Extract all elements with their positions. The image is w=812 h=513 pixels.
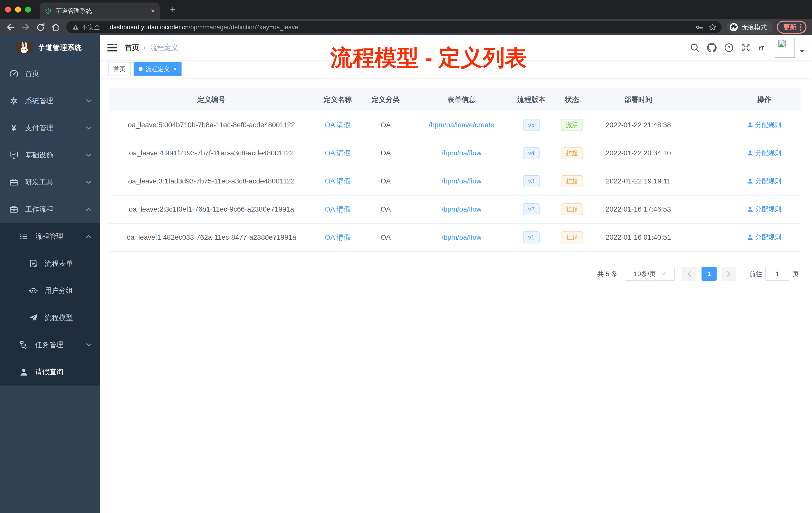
url-bar[interactable]: 不安全 dashboard.yudao.iocoder.cn /bpm/mana… [66,21,722,33]
page-unit-label: 页 [792,270,799,278]
fullscreen-icon[interactable] [741,43,751,53]
github-icon[interactable] [707,43,717,53]
definition-name-link[interactable]: OA 请假 [325,233,351,241]
definition-name-link[interactable]: OA 请假 [325,121,351,129]
sidebar-item-send[interactable]: 流程模型 [0,304,100,331]
assign-rule-button[interactable]: 分配规则 [747,205,781,214]
assign-rule-button[interactable]: 分配规则 [747,149,781,157]
goto-page-input[interactable] [765,267,789,281]
chevron-down-icon [86,343,91,346]
sidebar-item-gear[interactable]: 系统管理 [0,87,100,115]
sidebar-item-list[interactable]: 流程管理 [0,223,100,250]
prev-page-button[interactable] [682,267,697,281]
main-area: 首页 / 流程定义 ? [100,35,812,513]
update-label: 更新 [783,23,796,32]
sidebar-item-briefcase[interactable]: 工作流程 [0,196,100,223]
logo-rabbit-image [16,42,33,54]
close-window-button[interactable] [5,6,11,12]
col-header-operation: 操作 [727,88,801,111]
maximize-window-button[interactable] [25,6,31,12]
url-host[interactable]: dashboard.yudao.iocoder.cn [110,24,188,31]
tab-close-icon[interactable]: × [151,7,155,15]
search-icon[interactable] [690,43,699,53]
incognito-badge: 无痕模式 [727,21,773,34]
svg-text:tT: tT [759,45,764,52]
version-badge: v2 [523,203,539,215]
tag-close-icon[interactable]: × [173,66,176,72]
view-tag-1[interactable]: 流程定义× [134,62,181,76]
assign-rule-button[interactable]: 分配规则 [747,177,781,185]
sidebar-item-monitor[interactable]: 基础设施 [0,142,100,169]
definition-name-link[interactable]: OA 请假 [325,177,351,185]
security-label[interactable]: 不安全 [81,23,100,31]
sidebar-collapse-icon[interactable] [108,43,117,52]
form-link[interactable]: /bpm/oa/leave/create [429,121,494,129]
user-small-icon [747,206,753,212]
definition-name-link[interactable]: OA 请假 [325,149,351,157]
cell-filler [682,111,727,139]
sidebar-item-form[interactable]: 流程表单 [0,250,100,277]
app-logo[interactable]: 芋道管理系统 [0,35,100,60]
version-badge: v1 [523,232,539,243]
col-header-2: 定义分类 [361,88,410,111]
form-link[interactable]: /bpm/oa/flow [442,177,482,185]
url-path[interactable]: /bpm/manager/definition?key=oa_leave [188,24,691,31]
password-key-icon[interactable] [696,23,703,31]
cell-definition-id: oa_leave:3:1fad3d93-7b75-11ec-a3c8-acde4… [109,167,314,195]
chevron-down-icon [86,99,91,103]
cell-filler [682,195,727,223]
cell-category: OA [361,139,410,167]
url-divider [105,24,105,31]
font-size-icon[interactable]: tT [758,43,768,53]
forward-icon[interactable] [21,23,30,32]
assign-rule-button[interactable]: 分配规则 [747,233,781,242]
list-icon [20,232,28,241]
top-navbar: 首页 / 流程定义 ? [100,35,812,60]
browser-tab[interactable]: 芋道管理系统 × [40,2,160,19]
cell-category: OA [361,111,410,139]
back-icon[interactable] [6,23,15,32]
sidebar-item-dashboard[interactable]: 首页 [0,60,100,87]
current-page-button[interactable]: 1 [701,267,717,281]
browser-update-button[interactable]: 更新 [777,21,807,34]
breadcrumb-home[interactable]: 首页 [125,43,139,53]
window-controls[interactable] [5,6,31,12]
chevron-down-icon [86,126,91,130]
navbar-actions: ? tT [683,38,805,58]
new-tab-button[interactable]: + [167,4,179,15]
sidebar-item-yen[interactable]: ¥支付管理 [0,115,100,142]
sidebar-item-user[interactable]: 请假查询 [0,358,100,386]
home-icon[interactable] [51,23,60,32]
form-link[interactable]: /bpm/oa/flow [442,205,482,213]
user-icon [20,368,28,376]
definition-name-link[interactable]: OA 请假 [325,205,351,213]
help-icon[interactable]: ? [724,43,734,53]
next-page-button[interactable] [721,267,736,281]
briefcase-icon [9,205,18,214]
assign-rule-button[interactable]: 分配规则 [747,120,781,129]
browser-menu-icon[interactable] [800,24,802,31]
cell-filler [682,223,727,251]
avatar-dropdown-caret-icon[interactable] [800,50,805,53]
col-header-1: 定义名称 [314,88,361,111]
user-avatar[interactable] [775,38,795,58]
sidebar-item-tree[interactable]: 任务管理 [0,331,100,358]
pagination-bar: 共 5 条 10条/页 1 前往 页 [109,267,801,281]
reload-icon[interactable] [36,23,45,32]
site-favicon-icon [45,7,52,14]
view-tag-0[interactable]: 首页 [109,62,130,76]
security-warning-icon[interactable] [72,24,79,30]
broken-image-icon [778,40,786,48]
minimize-window-button[interactable] [15,6,21,12]
sidebar-item-robot[interactable]: 用户分组 [0,277,100,304]
form-link[interactable]: /bpm/oa/flow [442,149,482,157]
form-link[interactable]: /bpm/oa/flow [442,233,482,241]
chevron-down-icon [86,153,91,157]
robot-icon [29,286,38,295]
sidebar-item-toolbox[interactable]: 研发工具 [0,169,100,196]
incognito-icon [729,23,738,32]
status-badge: 挂起 [561,175,583,187]
bookmark-star-icon[interactable] [708,23,717,31]
sidebar-menu: 首页系统管理¥支付管理基础设施研发工具工作流程流程管理流程表单用户分组流程模型任… [0,60,100,386]
page-size-select[interactable]: 10条/页 [625,267,675,281]
